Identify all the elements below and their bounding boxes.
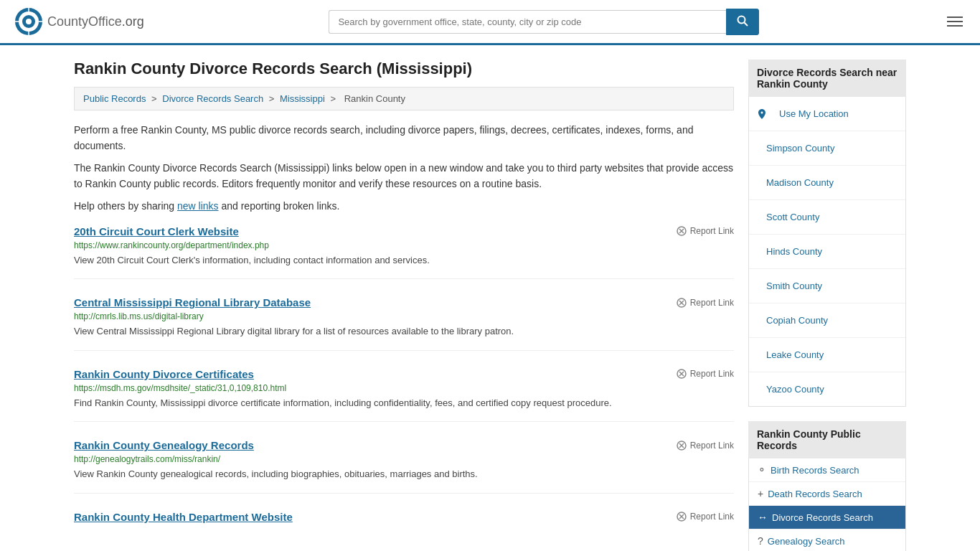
divorce-records-label: Divorce Records Search bbox=[772, 512, 873, 523]
hamburger-line-1 bbox=[947, 17, 963, 18]
public-record-2[interactable]: ↔ Divorce Records Search bbox=[749, 506, 905, 529]
report-icon bbox=[677, 441, 687, 451]
menu-button[interactable] bbox=[944, 11, 966, 32]
death-records-link[interactable]: + Death Records Search bbox=[749, 482, 905, 505]
result-desc: View Rankin County genealogical records,… bbox=[74, 467, 734, 481]
arrows-icon: ↔ bbox=[758, 512, 768, 523]
result-title[interactable]: Rankin County Health Department Website bbox=[74, 511, 293, 523]
report-link[interactable]: Report Link bbox=[677, 369, 734, 379]
desc-para-1: Perform a free Rankin County, MS public … bbox=[74, 122, 734, 154]
nearby-county-4[interactable]: Smith County bbox=[749, 269, 905, 303]
result-title[interactable]: Rankin County Divorce Certificates bbox=[74, 368, 254, 380]
new-links-link[interactable]: new links bbox=[177, 200, 219, 212]
report-icon bbox=[677, 226, 687, 236]
hamburger-line-2 bbox=[947, 21, 963, 22]
content-area: Rankin County Divorce Records Search (Mi… bbox=[74, 60, 734, 551]
result-header: Central Mississippi Regional Library Dat… bbox=[74, 296, 734, 309]
result-desc: View Central Mississippi Regional Librar… bbox=[74, 324, 734, 339]
result-title[interactable]: Rankin County Genealogy Records bbox=[74, 439, 254, 451]
breadcrumb-divorce-records[interactable]: Divorce Records Search bbox=[162, 93, 263, 104]
report-label: Report Link bbox=[690, 512, 734, 522]
desc-para-3: Help others by sharing new links and rep… bbox=[74, 198, 734, 214]
public-records-title: Rankin County Public Records bbox=[748, 421, 906, 458]
nearby-county-5[interactable]: Copiah County bbox=[749, 303, 905, 338]
report-label: Report Link bbox=[690, 298, 734, 308]
report-link[interactable]: Report Link bbox=[677, 298, 734, 308]
breadcrumb-sep-1: > bbox=[151, 93, 159, 104]
public-record-0[interactable]: ⚬ Birth Records Search bbox=[749, 458, 905, 482]
page-title: Rankin County Divorce Records Search (Mi… bbox=[74, 60, 734, 78]
main-container: Rankin County Divorce Records Search (Mi… bbox=[60, 45, 920, 551]
nearby-county-0[interactable]: Simpson County bbox=[749, 131, 905, 166]
breadcrumb-current: Rankin County bbox=[344, 93, 405, 104]
county-link[interactable]: Simpson County bbox=[758, 137, 897, 159]
desc-para-2: The Rankin County Divorce Records Search… bbox=[74, 160, 734, 192]
result-title[interactable]: 20th Circuit Court Clerk Website bbox=[74, 225, 239, 237]
breadcrumb-sep-3: > bbox=[330, 93, 338, 104]
result-desc: View 20th Circuit Court Clerk's informat… bbox=[74, 253, 734, 268]
nearby-county-7[interactable]: Yazoo County bbox=[749, 372, 905, 406]
result-item: Rankin County Health Department Website … bbox=[74, 511, 734, 537]
public-record-3[interactable]: ? Genealogy Search bbox=[749, 529, 905, 551]
public-records-list: ⚬ Birth Records Search + Death Records S… bbox=[748, 458, 906, 551]
result-item: 20th Circuit Court Clerk Website Report … bbox=[74, 225, 734, 280]
death-records-label: Death Records Search bbox=[768, 489, 862, 499]
use-location-item[interactable]: Use My Location bbox=[749, 97, 905, 131]
result-header: Rankin County Divorce Certificates Repor… bbox=[74, 368, 734, 380]
result-url: https://msdh.ms.gov/msdhsite/_static/31,… bbox=[74, 383, 734, 393]
nearby-county-2[interactable]: Scott County bbox=[749, 200, 905, 235]
birth-records-link[interactable]: ⚬ Birth Records Search bbox=[749, 458, 905, 481]
county-link[interactable]: Hinds County bbox=[758, 240, 897, 263]
desc-para3-prefix: Help others by sharing bbox=[74, 200, 177, 212]
result-header: 20th Circuit Court Clerk Website Report … bbox=[74, 225, 734, 237]
public-records-section: Rankin County Public Records ⚬ Birth Rec… bbox=[748, 421, 906, 551]
county-link[interactable]: Smith County bbox=[758, 275, 897, 297]
report-label: Report Link bbox=[690, 226, 734, 236]
result-url: https://www.rankincounty.org/department/… bbox=[74, 240, 734, 250]
county-link[interactable]: Leake County bbox=[758, 344, 897, 366]
site-header: CountyOffice.org bbox=[0, 0, 980, 45]
search-button[interactable] bbox=[726, 9, 759, 35]
nearby-county-1[interactable]: Madison County bbox=[749, 166, 905, 200]
logo[interactable]: CountyOffice.org bbox=[14, 7, 144, 36]
report-label: Report Link bbox=[690, 441, 734, 451]
county-link[interactable]: Madison County bbox=[758, 171, 897, 194]
results-list: 20th Circuit Court Clerk Website Report … bbox=[74, 225, 734, 537]
search-input[interactable] bbox=[329, 10, 726, 34]
sidebar: Divorce Records Search near Rankin Count… bbox=[748, 60, 906, 551]
public-record-1[interactable]: + Death Records Search bbox=[749, 482, 905, 506]
breadcrumb-mississippi[interactable]: Mississippi bbox=[280, 93, 325, 104]
location-pin-icon bbox=[758, 109, 766, 119]
desc-para3-suffix: and reporting broken links. bbox=[219, 200, 340, 212]
logo-text: CountyOffice.org bbox=[47, 14, 144, 29]
county-link[interactable]: Yazoo County bbox=[758, 378, 897, 400]
result-header: Rankin County Health Department Website … bbox=[74, 511, 734, 523]
result-item: Central Mississippi Regional Library Dat… bbox=[74, 296, 734, 351]
svg-point-3 bbox=[26, 19, 32, 24]
divorce-records-link[interactable]: ↔ Divorce Records Search bbox=[749, 506, 905, 529]
report-link[interactable]: Report Link bbox=[677, 441, 734, 451]
report-icon bbox=[677, 369, 687, 379]
nearby-title: Divorce Records Search near Rankin Count… bbox=[748, 60, 906, 97]
result-title[interactable]: Central Mississippi Regional Library Dat… bbox=[74, 296, 311, 309]
nearby-section: Divorce Records Search near Rankin Count… bbox=[748, 60, 906, 407]
breadcrumb-sep-2: > bbox=[269, 93, 277, 104]
search-icon bbox=[737, 15, 748, 27]
result-item: Rankin County Genealogy Records Report L… bbox=[74, 439, 734, 494]
breadcrumb-public-records[interactable]: Public Records bbox=[83, 93, 146, 104]
county-link[interactable]: Copiah County bbox=[758, 309, 897, 331]
nearby-county-6[interactable]: Leake County bbox=[749, 338, 905, 372]
description: Perform a free Rankin County, MS public … bbox=[74, 122, 734, 214]
use-location-link[interactable]: Use My Location bbox=[771, 103, 857, 125]
hamburger-line-3 bbox=[947, 25, 963, 27]
breadcrumb: Public Records > Divorce Records Search … bbox=[74, 87, 734, 110]
plus-icon: + bbox=[758, 488, 763, 499]
result-item: Rankin County Divorce Certificates Repor… bbox=[74, 368, 734, 423]
genealogy-link[interactable]: ? Genealogy Search bbox=[749, 529, 905, 551]
county-link[interactable]: Scott County bbox=[758, 206, 897, 228]
report-link[interactable]: Report Link bbox=[677, 226, 734, 236]
report-icon bbox=[677, 298, 687, 308]
report-link[interactable]: Report Link bbox=[677, 512, 734, 522]
nearby-county-3[interactable]: Hinds County bbox=[749, 235, 905, 269]
question-icon: ? bbox=[758, 535, 763, 547]
